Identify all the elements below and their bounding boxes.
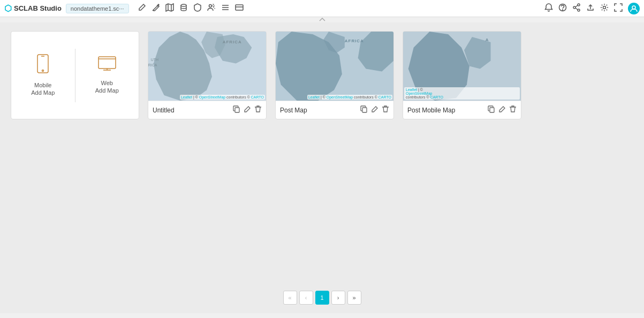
post-map-actions: [360, 105, 389, 115]
post-map-label: Post Map: [280, 107, 307, 114]
current-page-btn[interactable]: 1: [315, 291, 329, 305]
post-mobile-map-preview: A Leaflet | © OpenStreetMap contributors…: [403, 32, 521, 101]
post-map-bg: AFRICA Leaflet | © OpenStreetMap contrib…: [276, 32, 393, 101]
svg-point-13: [578, 4, 580, 6]
untitled-map-card: AFRICA UTH RICA Leaflet | © OpenStreetMa…: [148, 31, 267, 119]
users-icon[interactable]: [207, 3, 216, 13]
prev-page-btn[interactable]: ‹: [299, 291, 313, 305]
mobile-add-map-label: MobileAdd Map: [31, 81, 55, 97]
post-map-preview: AFRICA Leaflet | © OpenStreetMap contrib…: [276, 32, 393, 101]
untitled-edit-icon[interactable]: [244, 105, 251, 115]
user-avatar-icon[interactable]: [628, 3, 640, 14]
post-map-card: AFRICA Leaflet | © OpenStreetMap contrib…: [275, 31, 394, 119]
svg-point-14: [573, 6, 575, 9]
post-mobile-map-bg: A Leaflet | © OpenStreetMap contributors…: [403, 32, 521, 101]
mobile-add-map[interactable]: MobileAdd Map: [11, 32, 75, 119]
untitled-map-bg: AFRICA UTH RICA Leaflet | © OpenStreetMa…: [148, 32, 266, 101]
svg-rect-38: [490, 108, 494, 112]
post-map-edit-icon[interactable]: [371, 105, 378, 115]
svg-line-16: [575, 5, 578, 7]
bell-icon[interactable]: [544, 3, 553, 13]
svg-text:UTH: UTH: [151, 58, 158, 62]
post-map-name: Post Map: [280, 107, 358, 114]
logo: ⬡ SCLAB Studio: [4, 3, 62, 13]
post-mobile-delete-icon[interactable]: [509, 105, 517, 115]
list-icon[interactable]: [221, 3, 230, 13]
svg-text:A: A: [486, 37, 489, 42]
untitled-map-name-input[interactable]: [153, 107, 231, 114]
last-page-btn[interactable]: »: [347, 291, 361, 305]
shield-icon[interactable]: [193, 3, 202, 13]
svg-point-23: [42, 70, 44, 71]
web-add-map-label: WebAdd Map: [95, 79, 119, 95]
svg-point-4: [209, 5, 211, 7]
web-add-map[interactable]: WebAdd Map: [75, 32, 139, 119]
untitled-copy-icon[interactable]: [233, 105, 240, 115]
header: ⬡ SCLAB Studio nondatatheme1.sc···: [0, 0, 644, 17]
map-icon[interactable]: [165, 3, 174, 13]
post-mobile-map-actions: [488, 105, 517, 115]
post-leaflet-link: Leaflet: [308, 95, 320, 99]
carto-link: CARTO: [251, 95, 264, 99]
logo-text: SCLAB Studio: [14, 4, 62, 12]
untitled-map-name-field[interactable]: [153, 107, 231, 114]
logo-s: ⬡: [4, 3, 12, 13]
next-page-btn[interactable]: ›: [331, 291, 345, 305]
svg-rect-32: [235, 108, 239, 112]
first-page-btn[interactable]: «: [283, 291, 297, 305]
share-icon[interactable]: [572, 3, 581, 13]
main-content: MobileAdd Map WebAdd Map: [0, 22, 644, 313]
svg-point-19: [603, 6, 606, 9]
post-mobile-copy-icon[interactable]: [488, 105, 495, 115]
post-mobile-map-card: A Leaflet | © OpenStreetMap contributors…: [403, 31, 521, 119]
post-mobile-map-name: Post Mobile Map: [407, 107, 486, 114]
post-mobile-edit-icon[interactable]: [498, 105, 506, 115]
osm-link: OpenStreetMap: [199, 95, 225, 99]
svg-point-20: [632, 6, 635, 9]
svg-point-5: [212, 4, 214, 6]
dropdown-indicator[interactable]: [0, 17, 644, 22]
svg-point-12: [563, 10, 563, 10]
post-mobile-map-footer: Post Mobile Map: [403, 101, 521, 119]
database-icon[interactable]: [179, 3, 188, 13]
leaflet-link: Leaflet: [181, 95, 192, 99]
mobile-icon: [35, 54, 50, 77]
svg-line-17: [575, 8, 578, 10]
pm-osm-link: OpenStreetMap: [406, 92, 432, 95]
svg-rect-35: [362, 108, 367, 112]
svg-marker-0: [166, 4, 173, 11]
svg-text:RICA: RICA: [148, 63, 157, 67]
svg-point-15: [578, 9, 580, 11]
untitled-map-preview: AFRICA UTH RICA Leaflet | © OpenStreetMa…: [148, 32, 266, 101]
post-mobile-map-label: Post Mobile Map: [407, 107, 455, 114]
svg-point-3: [181, 4, 186, 6]
active-tab[interactable]: nondatatheme1.sc···: [66, 4, 129, 13]
post-map-delete-icon[interactable]: [382, 105, 389, 115]
svg-rect-9: [236, 5, 243, 10]
help-icon[interactable]: [558, 3, 567, 13]
post-map-leaflet-credit: Leaflet | © OpenStreetMap contributors ©…: [307, 95, 392, 100]
pm-leaflet-link: Leaflet: [406, 88, 417, 92]
untitled-delete-icon[interactable]: [254, 105, 262, 115]
post-carto-link: CARTO: [378, 95, 391, 99]
add-map-card: MobileAdd Map WebAdd Map: [11, 31, 139, 119]
edit-pen-icon[interactable]: [151, 3, 160, 13]
post-map-copy-icon[interactable]: [360, 105, 368, 115]
post-mobile-leaflet-credit: Leaflet | © OpenStreetMap contributors ©…: [404, 87, 520, 100]
card-grid: MobileAdd Map WebAdd Map: [11, 31, 633, 119]
web-icon: [98, 56, 116, 75]
upload-icon[interactable]: [586, 3, 595, 13]
card-icon[interactable]: [235, 3, 244, 13]
svg-text:AFRICA: AFRICA: [345, 39, 364, 43]
toolbar: [138, 3, 244, 13]
edit-pencil-icon[interactable]: [138, 3, 146, 13]
post-map-footer: Post Map: [276, 101, 393, 119]
svg-text:AFRICA: AFRICA: [223, 40, 242, 44]
pagination: « ‹ 1 › »: [11, 291, 633, 305]
header-right: [544, 3, 640, 14]
untitled-map-actions: [233, 105, 262, 115]
post-osm-link: OpenStreetMap: [327, 95, 353, 99]
settings-icon[interactable]: [600, 3, 609, 13]
untitled-map-footer: [148, 101, 266, 119]
fullscreen-icon[interactable]: [614, 3, 623, 13]
